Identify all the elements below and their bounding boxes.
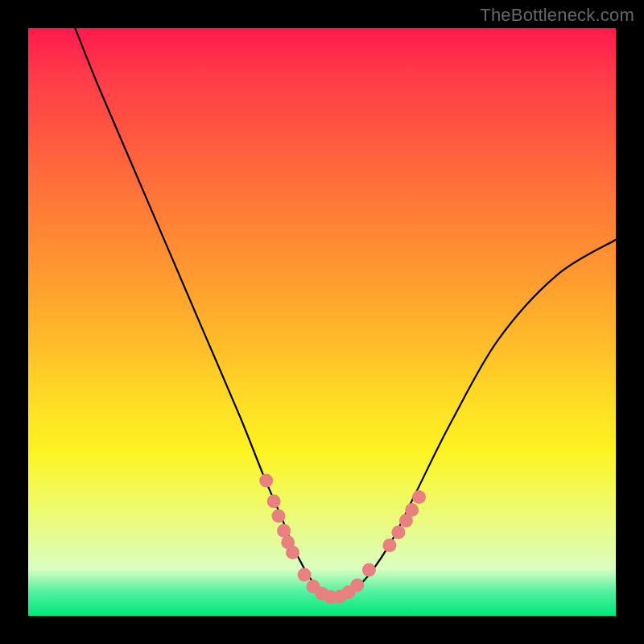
watermark-text: TheBottleneck.com (480, 5, 634, 26)
marker-dot (267, 494, 281, 508)
marker-dot (277, 524, 291, 538)
marker-group (259, 474, 426, 605)
marker-dot (271, 509, 285, 522)
marker-dot (362, 564, 376, 577)
marker-dot (298, 568, 312, 581)
marker-dot (286, 546, 299, 559)
marker-dot (259, 474, 273, 488)
marker-dot (412, 490, 426, 504)
marker-dot (350, 579, 364, 592)
chart-svg (28, 28, 616, 616)
marker-dot (405, 503, 419, 517)
bottleneck-curve (75, 28, 616, 600)
marker-dot (382, 539, 396, 552)
plot-area (28, 28, 616, 616)
marker-dot (391, 526, 405, 539)
chart-frame: TheBottleneck.com (0, 0, 644, 644)
